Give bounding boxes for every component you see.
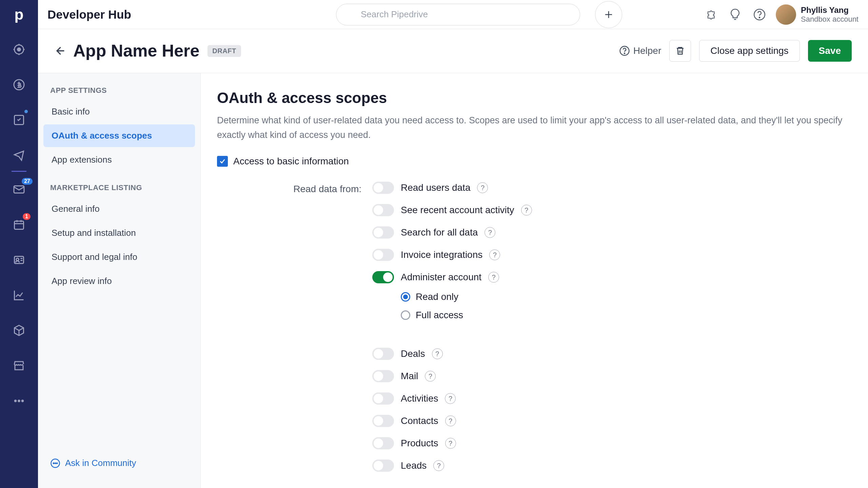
nav-products[interactable] xyxy=(9,321,28,340)
delete-button[interactable] xyxy=(669,40,691,62)
scope-toggle-mail[interactable] xyxy=(372,370,394,382)
svg-point-31 xyxy=(57,463,58,464)
sidebar-item-oauth[interactable]: OAuth & access scopes xyxy=(43,124,195,147)
sidebar-section-marketplace: MARKETPLACE LISTING xyxy=(43,183,195,198)
sidebar-item-general-info[interactable]: General info xyxy=(43,198,195,220)
scope-toggle-leads[interactable] xyxy=(372,460,394,472)
user-account: Sandbox account xyxy=(801,15,859,24)
scope-toggle-activities[interactable] xyxy=(372,392,394,405)
content: APP SETTINGS Basic info OAuth & access s… xyxy=(38,73,868,488)
scope-toggle-invoice[interactable] xyxy=(372,249,394,261)
avatar xyxy=(776,4,796,25)
scope-list: Read users data ? See recent account act… xyxy=(372,182,532,472)
help-icon[interactable]: ? xyxy=(521,205,532,216)
admin-radio-options: Read only Full access xyxy=(401,291,532,321)
help-icon[interactable]: ? xyxy=(489,249,500,260)
scope-toggle-search[interactable] xyxy=(372,226,394,239)
nav-projects[interactable] xyxy=(9,110,28,129)
nav-marketplace[interactable] xyxy=(9,356,28,375)
scope-name: Leads xyxy=(401,460,427,471)
radio-read-only[interactable]: Read only xyxy=(401,291,532,302)
nav-calendar[interactable]: 1 xyxy=(9,215,28,234)
svg-point-17 xyxy=(15,400,16,402)
svg-point-18 xyxy=(18,400,20,402)
scope-name: Administer account xyxy=(401,272,481,283)
close-settings-button[interactable]: Close app settings xyxy=(699,40,800,62)
scope-name: Read users data xyxy=(401,182,470,193)
scope-toggle-admin[interactable] xyxy=(372,271,394,283)
helper-button[interactable]: Helper xyxy=(619,45,661,56)
svg-point-27 xyxy=(624,53,625,54)
sidebar-item-app-extensions[interactable]: App extensions xyxy=(43,148,195,171)
back-button[interactable] xyxy=(54,45,65,56)
app-title: Developer Hub xyxy=(47,8,131,21)
svg-point-29 xyxy=(53,463,54,464)
scope-toggle-users[interactable] xyxy=(372,182,394,194)
nav-insights[interactable] xyxy=(9,286,28,305)
scope-row: Search for all data ? xyxy=(372,226,532,239)
logo-icon[interactable]: p xyxy=(15,6,24,23)
nav-deals[interactable] xyxy=(9,75,28,94)
radio-icon xyxy=(401,310,410,320)
scope-toggle-activity[interactable] xyxy=(372,204,394,216)
main-area: Developer Hub Phyllis Yang xyxy=(38,0,868,488)
sidebar-item-support[interactable]: Support and legal info xyxy=(43,246,195,268)
nav-dot xyxy=(24,110,28,113)
scope-row: Activities ? xyxy=(372,392,532,405)
nav-contacts[interactable] xyxy=(9,250,28,269)
help-icon[interactable]: ? xyxy=(445,438,456,449)
page-header: App Name Here DRAFT Helper Close app set… xyxy=(38,29,868,73)
nav-more[interactable] xyxy=(9,391,28,410)
scope-name: See recent account activity xyxy=(401,205,514,216)
scope-name: Deals xyxy=(401,348,425,359)
nav-divider xyxy=(12,171,26,172)
help-icon[interactable]: ? xyxy=(432,348,443,359)
user-name: Phyllis Yang xyxy=(801,5,859,15)
help-icon[interactable]: ? xyxy=(477,182,488,193)
svg-point-30 xyxy=(55,463,56,464)
help-icon[interactable]: ? xyxy=(485,227,495,238)
scope-name: Search for all data xyxy=(401,227,478,238)
help-icon[interactable]: ? xyxy=(433,460,444,471)
nav-campaigns[interactable] xyxy=(9,146,28,165)
svg-point-25 xyxy=(759,17,760,18)
mail-badge: 27 xyxy=(22,178,33,185)
user-menu[interactable]: Phyllis Yang Sandbox account xyxy=(776,4,859,25)
content-description: Determine what kind of user-related data… xyxy=(217,113,851,142)
help-icon[interactable]: ? xyxy=(488,272,499,283)
help-icon[interactable] xyxy=(751,6,768,23)
svg-point-19 xyxy=(22,400,23,402)
extensions-icon[interactable] xyxy=(703,6,719,23)
ask-community-link[interactable]: Ask in Community xyxy=(43,451,195,475)
scope-row: Deals ? xyxy=(372,348,532,360)
content-title: OAuth & access scopes xyxy=(217,89,852,106)
help-icon[interactable]: ? xyxy=(445,415,456,426)
help-icon[interactable]: ? xyxy=(445,393,456,404)
basic-access-checkbox[interactable] xyxy=(217,156,228,167)
tips-icon[interactable] xyxy=(727,6,743,23)
scope-row: Leads ? xyxy=(372,460,532,472)
sidebar-item-setup[interactable]: Setup and installation xyxy=(43,222,195,244)
settings-content: OAuth & access scopes Determine what kin… xyxy=(201,73,868,488)
sidebar-item-review[interactable]: App review info xyxy=(43,270,195,292)
sidebar-item-basic-info[interactable]: Basic info xyxy=(43,100,195,123)
read-data-label: Read data from: xyxy=(217,182,361,472)
scope-row: See recent account activity ? xyxy=(372,204,532,216)
nav-focus[interactable] xyxy=(9,40,28,59)
scope-row: Invoice integrations ? xyxy=(372,249,532,261)
radio-icon xyxy=(401,292,410,302)
scope-row: Administer account ? xyxy=(372,271,532,283)
calendar-badge: 1 xyxy=(23,213,31,220)
scope-toggle-contacts[interactable] xyxy=(372,415,394,427)
nav-mail[interactable]: 27 xyxy=(9,180,28,199)
scope-name: Products xyxy=(401,438,438,449)
help-icon[interactable]: ? xyxy=(425,371,436,382)
scope-toggle-products[interactable] xyxy=(372,437,394,449)
add-button[interactable] xyxy=(595,1,622,28)
save-button[interactable]: Save xyxy=(808,40,852,62)
scope-row: Mail ? xyxy=(372,370,532,382)
radio-full-access[interactable]: Full access xyxy=(401,310,532,321)
settings-sidebar: APP SETTINGS Basic info OAuth & access s… xyxy=(38,73,201,488)
scope-toggle-deals[interactable] xyxy=(372,348,394,360)
search-input[interactable] xyxy=(336,4,580,25)
